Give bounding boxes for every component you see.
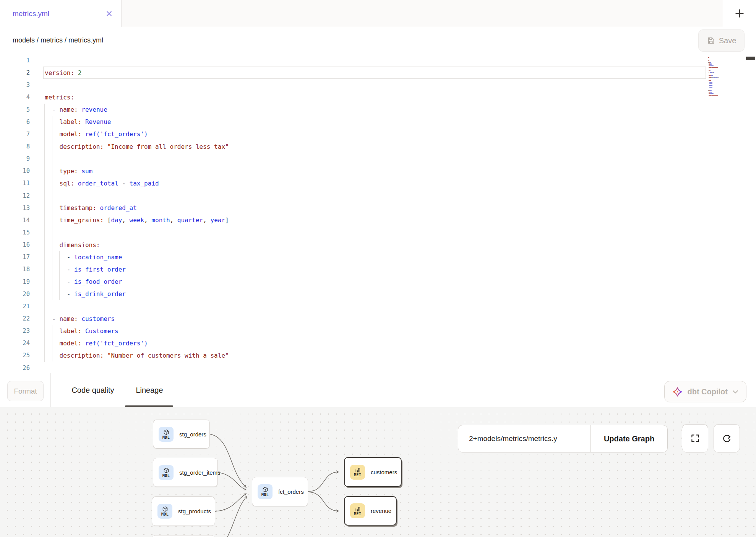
badge-type-label: MDL [162, 474, 170, 478]
lineage-node-stg_order_items[interactable]: MDLstg_order_items [153, 458, 218, 487]
edge-partial-node-to-fct_orders [227, 496, 247, 537]
tab-metrics-yml[interactable]: metrics.yml [0, 0, 122, 27]
code-text: timestamp: ordered_at [45, 204, 137, 212]
line-number: 18 [0, 266, 30, 273]
code-line-17[interactable]: 17 - location_name [0, 251, 756, 263]
node-label: fct_orders [278, 488, 304, 495]
line-number: 15 [0, 229, 30, 236]
code-line-13[interactable]: 13 timestamp: ordered_at [0, 202, 756, 214]
model-cube-icon [163, 429, 169, 435]
code-line-18[interactable]: 18 - is_first_order [0, 263, 756, 275]
fullscreen-button[interactable] [682, 424, 708, 452]
code-line-16[interactable]: 16 dimensions: [0, 239, 756, 251]
lineage-selector-input[interactable]: 2+models/metrics/metrics.y [458, 425, 591, 452]
code-text: time_grains: [day, week, month, quarter,… [45, 216, 229, 224]
dbt-copilot-label: dbt Copilot [687, 387, 728, 396]
line-number: 23 [0, 327, 30, 334]
format-button[interactable]: Format [7, 381, 44, 401]
node-label: stg_orders [179, 431, 206, 438]
line-number: 3 [0, 81, 30, 88]
breadcrumb-row: models / metrics / metrics.yml Save [0, 27, 756, 54]
close-tab-button[interactable] [106, 11, 112, 16]
code-line-8[interactable]: 8 description: "Income from all orders l… [0, 140, 756, 153]
toolbar-divider [50, 373, 51, 407]
tab-code-quality[interactable]: Code quality [63, 373, 122, 407]
line-number: 14 [0, 217, 30, 224]
close-icon [106, 11, 112, 16]
code-editor[interactable]: 12version: 234metrics:5 - name: revenue6… [0, 54, 756, 373]
code-text: type: sum [45, 168, 92, 175]
badge-type-label: MDL [161, 513, 169, 516]
code-line-15[interactable]: 15 [0, 226, 756, 239]
tab-bar-empty-area [122, 0, 723, 27]
update-graph-button[interactable]: Update Graph [591, 425, 667, 452]
code-line-20[interactable]: 20 - is_drink_order [0, 288, 756, 300]
code-text: - is_first_order [45, 266, 126, 273]
lineage-node-customers[interactable]: METcustomers [344, 457, 402, 487]
line-number: 1 [0, 57, 30, 64]
node-label: revenue [371, 508, 391, 514]
code-line-6[interactable]: 6 label: Revenue [0, 116, 756, 128]
code-line-3[interactable]: 3 [0, 79, 756, 91]
code-line-14[interactable]: 14 time_grains: [day, week, month, quart… [0, 214, 756, 226]
refresh-button[interactable] [714, 424, 740, 452]
edge-stg_order_items-to-fct_orders [218, 472, 246, 490]
line-number: 7 [0, 131, 30, 138]
code-line-11[interactable]: 11 sql: order_total - tax_paid [0, 177, 756, 189]
code-line-24[interactable]: 24 model: ref('fct_orders') [0, 337, 756, 349]
code-lines: 12version: 234metrics:5 - name: revenue6… [0, 54, 756, 373]
lineage-node-stg_orders[interactable]: MDLstg_orders [153, 420, 210, 449]
code-line-5[interactable]: 5 - name: revenue [0, 104, 756, 116]
node-label: stg_order_items [179, 469, 221, 476]
code-line-22[interactable]: 22 - name: customers [0, 312, 756, 325]
code-line-9[interactable]: 9 [0, 153, 756, 165]
code-line-10[interactable]: 10 type: sum [0, 165, 756, 177]
format-button-label: Format [14, 387, 37, 395]
code-text: description: "Income from all orders les… [45, 143, 229, 150]
code-line-4[interactable]: 4metrics: [0, 91, 756, 103]
line-number: 11 [0, 180, 30, 187]
code-line-12[interactable]: 12 [0, 190, 756, 202]
code-line-19[interactable]: 19 - is_food_order [0, 276, 756, 288]
line-number: 24 [0, 340, 30, 347]
code-text: metrics: [45, 94, 74, 101]
scrollbar-thumb[interactable] [746, 57, 755, 60]
new-tab-button[interactable] [723, 0, 756, 27]
save-icon [707, 36, 715, 45]
code-text: sql: order_total - tax_paid [45, 180, 159, 187]
lineage-node-stg_products[interactable]: MDLstg_products [152, 496, 215, 526]
model-cube-icon [162, 506, 168, 512]
update-graph-label: Update Graph [604, 434, 654, 443]
metric-chart-icon [355, 506, 361, 512]
badge-type-label: MET [354, 473, 361, 477]
tab-lineage[interactable]: Lineage [128, 373, 171, 407]
line-number: 10 [0, 168, 30, 174]
line-number: 8 [0, 143, 30, 150]
code-line-26[interactable]: 26 [0, 362, 756, 373]
code-line-23[interactable]: 23 label: Customers [0, 325, 756, 337]
plus-icon [735, 8, 745, 18]
breadcrumb[interactable]: models / metrics / metrics.yml [13, 36, 103, 44]
lineage-node-revenue[interactable]: METrevenue [344, 496, 397, 526]
code-text: label: Customers [45, 327, 118, 335]
minimap[interactable] [708, 55, 728, 99]
metric-chart-icon [355, 467, 361, 473]
code-text: - is_food_order [45, 278, 122, 285]
code-line-1[interactable]: 1 [0, 54, 756, 67]
line-number: 4 [0, 94, 30, 101]
code-line-7[interactable]: 7 model: ref('fct_orders') [0, 128, 756, 140]
code-line-21[interactable]: 21 [0, 300, 756, 312]
chevron-down-icon [732, 390, 738, 394]
model-cube-icon [262, 487, 268, 493]
model-badge: MDL [159, 427, 174, 442]
lineage-node-partial-node[interactable]: MDL [152, 535, 215, 537]
code-text: - is_drink_order [45, 290, 126, 298]
lineage-node-fct_orders[interactable]: MDLfct_orders [252, 477, 308, 506]
code-line-25[interactable]: 25 description: "Number of customers wit… [0, 349, 756, 361]
node-label: stg_products [178, 508, 211, 514]
code-line-2[interactable]: 2version: 2 [0, 67, 756, 79]
save-button[interactable]: Save [698, 29, 745, 52]
model-cube-icon [163, 467, 169, 474]
lineage-canvas[interactable]: MDLstg_ordersMDLstg_order_itemsMDLstg_pr… [0, 407, 756, 537]
dbt-copilot-button[interactable]: dbt Copilot [664, 381, 746, 402]
